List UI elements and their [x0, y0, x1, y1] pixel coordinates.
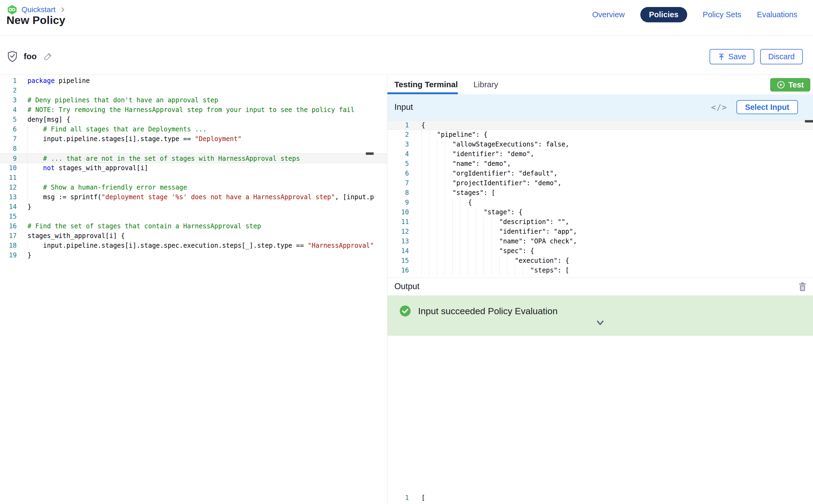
code-line[interactable]: 7 "projectIdentifier": "demo",	[387, 178, 813, 188]
indent-guide	[468, 246, 468, 256]
line-number: 9	[387, 198, 409, 207]
code-line[interactable]: 6 # Find all stages that are Deployments…	[0, 124, 387, 134]
tab-testing-terminal[interactable]: Testing Terminal	[394, 80, 458, 89]
indent-guide	[460, 227, 461, 236]
indent-guide	[491, 227, 492, 236]
code-line[interactable]: 18 input.pipeline.stages[i].stage.spec.e…	[0, 241, 387, 250]
line-number: 17	[0, 231, 17, 241]
code-line[interactable]: 3# Deny pipelines that don't have an app…	[0, 95, 387, 105]
active-tab-underline	[387, 92, 458, 94]
testing-tabs-row: Testing Terminal Library Test	[387, 75, 813, 94]
line-number: 16	[387, 265, 409, 275]
success-banner-text: Input succeeded Policy Evaluation	[418, 306, 558, 316]
nav-tab-evaluations[interactable]: Evaluations	[757, 10, 797, 19]
code-line[interactable]: 17stages_with_approval[i] {	[0, 231, 387, 241]
code-line[interactable]: 12 "identifier": "app",	[387, 227, 813, 236]
code-line[interactable]: 5 "name": "demo",	[387, 159, 813, 169]
tab-library[interactable]: Library	[474, 80, 498, 89]
save-button[interactable]: Save	[710, 49, 754, 64]
code-line[interactable]: 9 {	[387, 198, 813, 207]
indent-guide	[460, 265, 461, 275]
code-line[interactable]: 2	[0, 86, 387, 95]
code-line[interactable]: 11	[0, 173, 387, 183]
page-title: New Policy	[6, 14, 65, 27]
code-line[interactable]: 5deny[msg] {	[0, 115, 387, 124]
code-line[interactable]: 14 "spec": {	[387, 246, 813, 256]
code-line[interactable]: 12 # Show a human-friendly error message	[0, 183, 387, 192]
indent-guide	[453, 236, 453, 246]
code-line[interactable]: 16# Find the set of stages that contain …	[0, 221, 387, 231]
code-line[interactable]: 3 "allowStageExecutions": false,	[387, 139, 813, 149]
indent-guide	[445, 217, 445, 227]
code-line[interactable]: 2 "pipeline": {	[387, 130, 813, 139]
code-line[interactable]: 1{	[387, 120, 813, 130]
indent-guide	[27, 144, 28, 153]
nav-tab-policies[interactable]: Policies	[640, 7, 687, 22]
test-button[interactable]: Test	[770, 78, 810, 92]
output-editor[interactable]: 1[2 {3 "expressions": [4 {5 "value": {6 …	[387, 493, 813, 504]
line-number: 1	[387, 493, 409, 503]
code-line[interactable]: 14}	[0, 202, 387, 212]
select-input-button[interactable]: Select Input	[737, 100, 798, 114]
indent-guide	[421, 217, 422, 227]
indent-guide	[437, 217, 437, 227]
code-line[interactable]: 1package pipeline	[0, 76, 387, 86]
code-view-toggle-icon[interactable]: </>	[711, 103, 727, 112]
indent-guide	[429, 139, 430, 149]
policy-editor-page: Quickstart New Policy Overview Policies …	[0, 0, 813, 504]
upload-icon	[718, 53, 725, 61]
code-line[interactable]: 7 input.pipeline.stages[i].stage.type ==…	[0, 134, 387, 144]
line-number: 1	[0, 76, 17, 86]
code-line[interactable]: 13 msg := sprintf("deployment stage '%s'…	[0, 192, 387, 202]
line-number: 5	[387, 159, 409, 169]
code-line[interactable]: 8	[0, 144, 387, 153]
code-line[interactable]: 4# NOTE: Try removing the HarnessApprova…	[0, 105, 387, 115]
banner-expand-chevron-icon[interactable]	[594, 319, 606, 327]
indent-guide	[27, 154, 28, 163]
clear-output-trash-icon[interactable]	[797, 281, 808, 292]
discard-button-label: Discard	[768, 52, 795, 61]
indent-guide	[445, 227, 445, 236]
nav-tab-overview[interactable]: Overview	[592, 10, 625, 19]
code-line[interactable]: 10 "stage": {	[387, 207, 813, 217]
edit-name-icon[interactable]	[43, 52, 53, 61]
indent-guide	[437, 227, 437, 236]
code-line[interactable]: 19}	[0, 250, 387, 260]
code-line[interactable]: 11 "description": "",	[387, 217, 813, 227]
overview-ruler-cursor-mark[interactable]	[366, 152, 373, 155]
testing-panel: Testing Terminal Library Test Input </> …	[387, 75, 813, 504]
nav-tab-policy-sets[interactable]: Policy Sets	[703, 10, 741, 19]
code-line[interactable]: 4 "identifier": "demo",	[387, 149, 813, 159]
indent-guide	[491, 217, 492, 227]
code-line[interactable]: 1[	[387, 493, 813, 503]
code-line[interactable]: 15 "execution": {	[387, 256, 813, 265]
code-line-text: "steps": [	[409, 265, 813, 275]
indent-guide	[421, 503, 422, 504]
code-line-text: not stages_with_approval[i]	[17, 163, 387, 173]
code-line[interactable]: 16 "steps": [	[387, 265, 813, 275]
indent-guide	[27, 183, 28, 192]
indent-guide	[445, 149, 445, 159]
code-line[interactable]: 9 # ... that are not in the set of stage…	[0, 153, 387, 163]
overview-ruler-cursor-mark[interactable]	[805, 120, 813, 123]
code-line-text: package pipeline	[17, 76, 387, 86]
discard-button[interactable]: Discard	[760, 49, 803, 64]
code-line[interactable]: 6 "orgIdentifier": "default",	[387, 169, 813, 178]
breadcrumb-link-quickstart[interactable]: Quickstart	[22, 5, 55, 14]
code-line-text: # NOTE: Try removing the HarnessApproval…	[17, 105, 387, 115]
input-editor[interactable]: 1{2 "pipeline": {3 "allowStageExecutions…	[387, 120, 813, 277]
code-line[interactable]: 8 "stages": [	[387, 188, 813, 198]
indent-guide	[445, 169, 445, 178]
indent-guide	[437, 246, 437, 256]
code-line[interactable]: 15	[0, 212, 387, 221]
test-button-label: Test	[788, 81, 804, 89]
indent-guide	[421, 139, 422, 149]
code-line[interactable]: 2 {	[387, 503, 813, 504]
code-line[interactable]: 10 not stages_with_approval[i]	[0, 163, 387, 173]
indent-guide	[421, 159, 422, 169]
indent-guide	[460, 198, 461, 207]
code-line-text: "name": "demo",	[409, 159, 813, 169]
code-line[interactable]: 13 "name": "OPA check",	[387, 236, 813, 246]
policy-code-editor[interactable]: 1package pipeline23# Deny pipelines that…	[0, 75, 387, 260]
code-line-text: {	[409, 120, 813, 129]
